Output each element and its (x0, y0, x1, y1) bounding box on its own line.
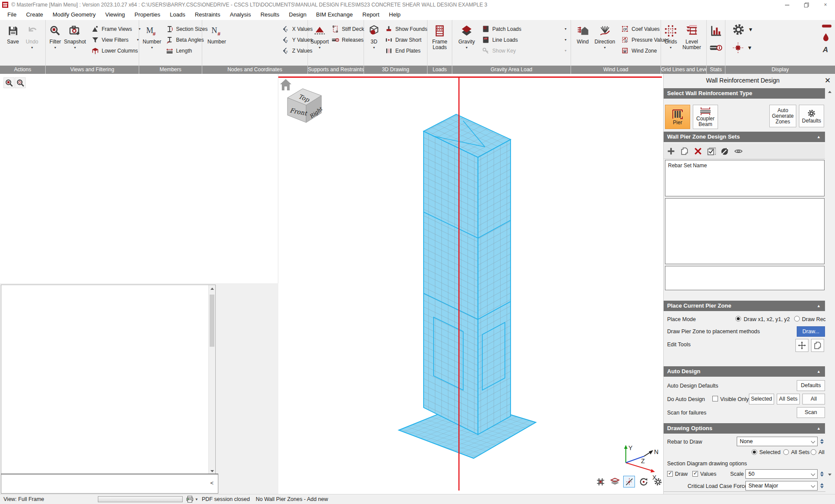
menu-bim-exchange[interactable]: BIM Exchange (311, 10, 358, 20)
menu-create[interactable]: Create (21, 10, 48, 20)
auto-design-selected-button[interactable]: Selected (749, 394, 774, 405)
snapshot-button[interactable]: Snapshot ▼ (64, 20, 86, 49)
fill-color-button[interactable]: ▼ (821, 33, 835, 42)
visible-only-checkbox[interactable] (712, 396, 718, 401)
collapse-arrow-icon[interactable]: ▲ (817, 366, 821, 377)
member-number-button[interactable]: M# Number ▼ (143, 20, 161, 49)
3d-dropdown-arrow[interactable]: ▼ (373, 46, 376, 49)
line-loads-dropdown-arrow[interactable]: ▼ (564, 38, 567, 41)
collapse-arrow-icon[interactable]: ▲ (817, 423, 821, 434)
collapse-arrow-icon[interactable]: ▲ (817, 301, 821, 311)
section-header-place-pier-zone[interactable]: Place Current Pier Zone▲ (664, 301, 825, 311)
draw-rect-radio[interactable] (794, 316, 800, 322)
mesh-grid-toggle[interactable] (595, 476, 606, 487)
patch-loads-button[interactable]: Patch Loads▼ (481, 23, 567, 34)
stiff-deck-button[interactable]: Stiff Deck (331, 23, 364, 34)
auto-design-defaults-button[interactable]: Defaults (797, 380, 825, 391)
add-set-button[interactable] (665, 146, 677, 157)
show-key-button[interactable]: Show Key▼ (481, 45, 567, 56)
rebar-all-sets-radio[interactable] (783, 449, 789, 455)
rotate-view-toggle[interactable] (638, 476, 649, 487)
section-header-auto-design[interactable]: Auto Design▲ (664, 366, 825, 377)
rebar-selected-radio[interactable] (752, 449, 757, 455)
printer-icon[interactable] (186, 496, 194, 504)
member-color-button[interactable]: ▼ (821, 23, 835, 30)
copy-zone-button[interactable] (811, 339, 824, 352)
zoom-extents-button[interactable] (15, 77, 26, 88)
grids-dropdown-arrow[interactable]: ▼ (669, 46, 672, 49)
pier-zones-status[interactable]: No Wall Pier Zones - Add new (256, 496, 328, 502)
show-key-dropdown-arrow[interactable]: ▼ (564, 49, 567, 52)
beta-angles-button[interactable]: Beta Angles (165, 34, 208, 45)
menu-restraints[interactable]: Restraints (190, 10, 225, 20)
menu-loads[interactable]: Loads (165, 10, 190, 20)
line-loads-button[interactable]: Line Loads▼ (481, 34, 567, 45)
coupler-beam-button[interactable]: Coupler Beam (693, 105, 718, 129)
panel-close-icon[interactable]: ✕ (823, 76, 832, 85)
scan-button[interactable]: Scan (797, 407, 825, 418)
snapshot-dropdown-arrow[interactable]: ▼ (73, 46, 77, 49)
node-marker-button[interactable]: ▼ (731, 42, 753, 54)
viewport-settings[interactable] (652, 476, 664, 487)
section-header-drawing-options[interactable]: Drawing Options▲ (664, 423, 825, 434)
set-details-box[interactable] (665, 198, 825, 264)
draw-checkbox[interactable] (667, 471, 673, 477)
printer-dropdown-arrow[interactable]: ▼ (195, 497, 198, 501)
panel-scroll-down[interactable] (826, 471, 833, 478)
length-button[interactable]: Length (165, 45, 208, 56)
end-plates-button[interactable]: End Plates (384, 45, 427, 56)
visibility-set-button[interactable] (733, 146, 744, 157)
releases-button[interactable]: Releases (331, 34, 364, 45)
undo-dropdown-arrow[interactable]: ▼ (30, 46, 33, 49)
show-founds-button[interactable]: Show Founds (384, 23, 427, 34)
menu-report[interactable]: Report (357, 10, 384, 20)
close-button[interactable]: × (816, 0, 835, 10)
menu-analysis[interactable]: Analysis (225, 10, 255, 20)
rebar-to-draw-select[interactable]: None (737, 437, 818, 446)
auto-generate-zones-button[interactable]: Auto Generate Zones (769, 105, 796, 127)
menu-viewing[interactable]: Viewing (100, 10, 130, 20)
critical-spinner[interactable] (818, 481, 825, 491)
section-line-toggle[interactable] (623, 476, 635, 487)
menu-file[interactable]: File (3, 10, 21, 20)
minimize-button[interactable] (778, 0, 797, 10)
node-marker-dropdown-arrow[interactable]: ▼ (747, 45, 752, 51)
duplicate-set-button[interactable] (679, 146, 690, 157)
frame-views-button[interactable]: Frame Views▼ (90, 23, 141, 34)
set-summary-box[interactable] (665, 266, 825, 290)
menu-results[interactable]: Results (256, 10, 284, 20)
menu-help[interactable]: Help (384, 10, 405, 20)
draw-short-button[interactable]: Draw Short (384, 34, 427, 45)
select-sets-button[interactable] (706, 146, 717, 157)
rebar-all-radio[interactable] (811, 449, 816, 455)
home-icon[interactable] (280, 79, 291, 90)
scroll-up-arrow[interactable] (209, 285, 216, 292)
member-number-dropdown-arrow[interactable]: ▼ (150, 46, 154, 49)
3d-button[interactable]: 3D ▼ (367, 20, 381, 49)
wind-button[interactable]: Wind (576, 20, 589, 45)
direction-dropdown-arrow[interactable]: ▼ (603, 46, 606, 49)
values-checkbox[interactable] (692, 471, 698, 477)
section-header-pier-zone-sets[interactable]: Wall Pier Zone Design Sets▲ (664, 132, 825, 142)
level-number-button[interactable]: Level Number (681, 20, 703, 50)
scale-select[interactable]: 50 (745, 469, 818, 479)
scroll-thumb[interactable] (210, 295, 214, 347)
frame-loads-button[interactable]: Frame Loads (431, 20, 449, 50)
node-number-button[interactable]: N# Number (207, 20, 226, 45)
grids-button[interactable]: Grids ▼ (664, 20, 677, 49)
display-settings-dropdown-arrow[interactable]: ▼ (748, 27, 753, 33)
display-settings-button[interactable]: ▼ (731, 23, 753, 36)
undo-button[interactable]: Undo ▼ (26, 20, 38, 49)
font-button[interactable]: A▼ (821, 45, 835, 54)
delete-set-button[interactable] (692, 146, 704, 157)
rebar-set-list[interactable]: Rebar Set Name (665, 160, 825, 196)
zoom-window-button[interactable] (3, 77, 14, 88)
rebar-spinner[interactable] (818, 437, 825, 446)
edit-set-button[interactable] (719, 146, 731, 157)
direction-button[interactable]: Direction ▼ (595, 20, 615, 49)
collapse-left-arrow[interactable]: < (210, 480, 214, 486)
gravity-dropdown-arrow[interactable]: ▼ (465, 46, 468, 49)
move-zone-button[interactable] (795, 339, 808, 352)
shear-wall-mesh[interactable] (424, 114, 511, 434)
stats-chart-button[interactable] (709, 24, 722, 39)
